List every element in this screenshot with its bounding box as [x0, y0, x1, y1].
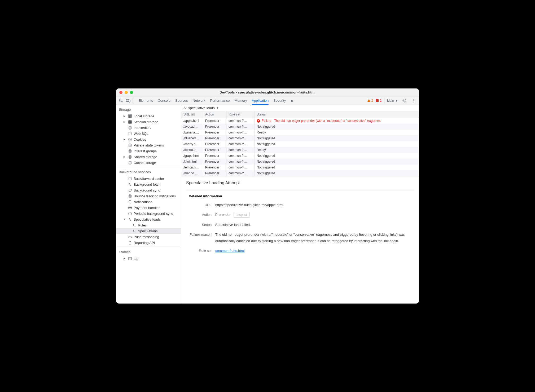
sidebar-item-periodic-background-sync[interactable]: Periodic background sync: [116, 211, 181, 216]
main-panel: All speculative loads ▼ URL▲ Action Rule…: [181, 105, 419, 304]
sidebar-item-cache-storage[interactable]: Cache storage: [116, 160, 181, 166]
svg-point-10: [129, 126, 131, 127]
sidebar-item-indexeddb[interactable]: IndexedDB: [116, 125, 181, 131]
table-row[interactable]: /cherry.h…Prerendercommon-fr…Not trigger…: [181, 141, 419, 147]
filter-bar[interactable]: All speculative loads ▼: [181, 105, 419, 111]
settings-icon[interactable]: [401, 98, 407, 104]
tab-sources[interactable]: Sources: [175, 97, 188, 105]
header-status[interactable]: Status: [255, 111, 419, 118]
table-row[interactable]: /grape.htmlPrerendercommon-fr…Not trigge…: [181, 153, 419, 159]
sidebar-item-bounce-tracking-mitigations[interactable]: Bounce tracking mitigations: [116, 193, 181, 199]
kebab-menu-icon[interactable]: [411, 98, 417, 104]
table-row[interactable]: /lemon.h…Prerendercommon-fr…Not triggere…: [181, 164, 419, 170]
header-ruleset[interactable]: Rule set: [226, 111, 255, 118]
svg-point-14: [130, 139, 131, 139]
tab-memory[interactable]: Memory: [235, 97, 247, 105]
sidebar-item-reporting-api[interactable]: Reporting API: [116, 240, 181, 246]
cell-action: Prerender: [203, 118, 226, 124]
cell-url: /kiwi.html: [181, 159, 203, 164]
separator: [133, 98, 133, 103]
sidebar-item-rules[interactable]: Rules: [116, 222, 181, 228]
svg-point-21: [129, 194, 131, 195]
cell-ruleset: common-fr…: [226, 147, 255, 153]
cell-status: Not triggered: [255, 124, 419, 130]
detail-action-label: Action: [186, 213, 215, 217]
table-row[interactable]: /apple.htmlPrerendercommon-fr…✕Failure -…: [181, 118, 419, 124]
tab-console[interactable]: Console: [158, 97, 170, 105]
inspect-button[interactable]: Inspect: [234, 212, 250, 218]
detail-ruleset-link[interactable]: common-fruits.html: [215, 249, 245, 253]
clock-icon: [128, 211, 132, 216]
sidebar-item-label: Reporting API: [134, 241, 155, 245]
table-row[interactable]: /banana.…Prerendercommon-fr…Ready: [181, 130, 419, 135]
cell-url: /grape.html: [181, 153, 203, 159]
cell-ruleset: common-fr…: [226, 170, 255, 176]
sidebar-item-label: Speculative loads: [134, 217, 161, 221]
svg-point-11: [129, 132, 131, 133]
tab-performance[interactable]: Performance: [210, 97, 230, 105]
tab-security[interactable]: Security: [273, 97, 286, 105]
sidebar-item-background-fetch[interactable]: Background fetch: [116, 181, 181, 187]
sidebar-item-cookies[interactable]: ▶Cookies: [116, 136, 181, 142]
table-row[interactable]: /coconut…Prerendercommon-fr…Ready: [181, 147, 419, 153]
errors-badge[interactable]: 2: [376, 99, 381, 103]
sidebar-item-local-storage[interactable]: ▶Local storage: [116, 113, 181, 119]
cell-action: Prerender: [203, 164, 226, 170]
table-row[interactable]: /mango.…Prerendercommon-fr…Not triggered: [181, 170, 419, 176]
sidebar-item-label: Background fetch: [134, 182, 160, 186]
cell-url: /apple.html: [181, 118, 203, 124]
sidebar-item-back-forward-cache[interactable]: Back/forward cache: [116, 176, 181, 181]
minimize-window-button[interactable]: [125, 91, 128, 94]
table-row[interactable]: /blueberr…Prerendercommon-fr…Not trigger…: [181, 135, 419, 141]
sidebar-item-private-state-tokens[interactable]: Private state tokens: [116, 142, 181, 148]
sidebar-item-label: Web SQL: [134, 132, 148, 136]
sidebar-item-label: Payment handler: [134, 206, 160, 210]
table-row[interactable]: /avocad…Prerendercommon-fr…Not triggered: [181, 124, 419, 130]
cell-url: /avocad…: [181, 124, 203, 130]
maximize-window-button[interactable]: [130, 91, 133, 94]
cell-ruleset: common-fr…: [226, 164, 255, 170]
warnings-badge[interactable]: 2: [367, 99, 373, 103]
table-row[interactable]: /kiwi.htmlPrerendercommon-fr…Not trigger…: [181, 159, 419, 164]
sidebar-item-label: Bounce tracking mitigations: [134, 194, 176, 198]
tab-elements[interactable]: Elements: [139, 97, 153, 105]
error-icon: ✕: [257, 119, 260, 123]
tab-network[interactable]: Network: [193, 97, 205, 105]
traffic-lights: [119, 91, 133, 94]
more-tabs-icon[interactable]: [289, 98, 295, 104]
svg-point-17: [129, 149, 131, 150]
sidebar-item-shared-storage[interactable]: ▶Shared storage: [116, 154, 181, 160]
sidebar-item-label: Session storage: [134, 120, 158, 124]
sidebar-item-label: Notifications: [134, 200, 152, 204]
header-action[interactable]: Action: [203, 111, 226, 118]
sidebar-item-push-messaging[interactable]: Push messaging: [116, 234, 181, 240]
sidebar-item-speculative-loads[interactable]: ▼Speculative loads: [116, 216, 181, 222]
sidebar-item-web-sql[interactable]: Web SQL: [116, 131, 181, 136]
device-toggle-icon[interactable]: [125, 98, 131, 104]
svg-rect-9: [128, 120, 131, 123]
header-url[interactable]: URL▲: [181, 111, 203, 118]
svg-rect-24: [128, 257, 131, 260]
cell-action: Prerender: [203, 130, 226, 135]
cell-status: Ready: [255, 130, 419, 135]
sidebar-item-session-storage[interactable]: ▶Session storage: [116, 119, 181, 125]
frame-selector[interactable]: Main ▼: [387, 99, 398, 103]
updown-icon: [132, 229, 136, 233]
panel-tabs: ElementsConsoleSourcesNetworkPerformance…: [139, 97, 286, 105]
sidebar-item-background-sync[interactable]: Background sync: [116, 187, 181, 193]
sidebar-item-interest-groups[interactable]: Interest groups: [116, 148, 181, 154]
sidebar-item-notifications[interactable]: Notifications: [116, 199, 181, 205]
sidebar-item-speculations[interactable]: Speculations: [116, 228, 181, 234]
table-header: URL▲ Action Rule set Status: [181, 111, 419, 118]
sidebar-item-label: Private state tokens: [134, 143, 164, 147]
tab-application[interactable]: Application: [252, 97, 269, 105]
content-area: Storage ▶Local storage▶Session storageIn…: [116, 105, 419, 304]
sidebar-item-top[interactable]: ▶top: [116, 256, 181, 261]
db-icon: [128, 176, 132, 181]
cell-action: Prerender: [203, 141, 226, 147]
close-window-button[interactable]: [119, 91, 122, 94]
detail-action-value: Prerender Inspect: [215, 212, 414, 218]
sidebar-item-label: Speculations: [138, 229, 157, 233]
inspect-element-icon[interactable]: [118, 98, 124, 104]
sidebar-item-payment-handler[interactable]: Payment handler: [116, 205, 181, 211]
